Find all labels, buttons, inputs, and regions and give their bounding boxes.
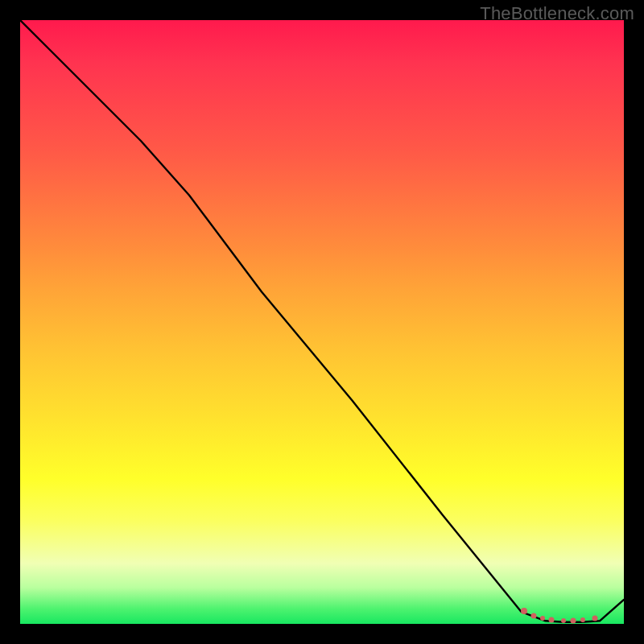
attribution-text: TheBottleneck.com bbox=[480, 3, 634, 24]
curve-marker bbox=[571, 617, 576, 623]
curve-marker bbox=[530, 613, 536, 618]
curve-marker bbox=[540, 616, 545, 621]
curve-marker bbox=[549, 617, 555, 622]
chart-frame: TheBottleneck.com bbox=[0, 0, 644, 644]
curve-marker bbox=[561, 618, 566, 623]
curve-marker bbox=[592, 616, 598, 621]
plot-area bbox=[20, 20, 624, 624]
marker-layer bbox=[20, 20, 624, 624]
curve-marker bbox=[580, 617, 585, 622]
curve-marker bbox=[521, 608, 527, 614]
